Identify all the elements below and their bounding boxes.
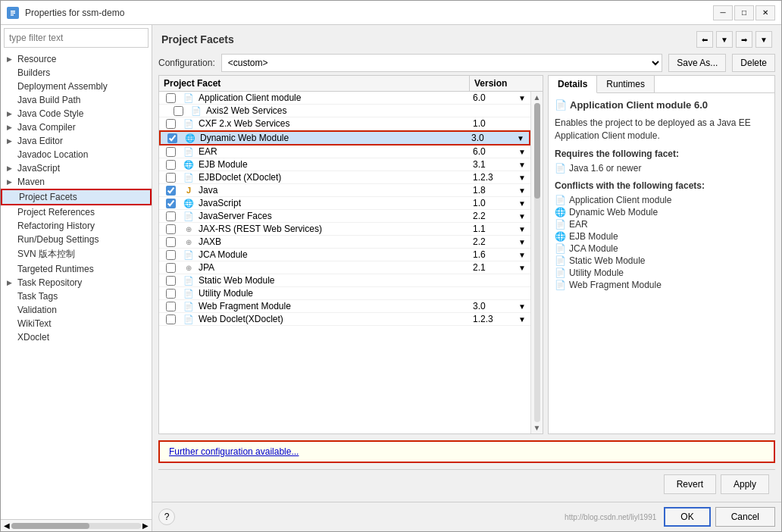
scroll-right-icon[interactable]: ▶ (142, 521, 149, 530)
facet-checkbox[interactable] (159, 211, 182, 221)
ok-button[interactable]: OK (664, 507, 710, 527)
facets-scrollbar[interactable]: ▲ ▼ (530, 92, 543, 433)
dropdown-icon[interactable]: ▼ (518, 174, 530, 182)
sidebar-item-code-style[interactable]: ▶ Java Code Style (1, 107, 152, 120)
scroll-up-icon[interactable]: ▲ (533, 93, 541, 102)
facet-checkbox[interactable] (159, 173, 182, 183)
sidebar-item-task-tags[interactable]: Task Tags (1, 289, 152, 303)
sidebar-item-validation[interactable]: Validation (1, 303, 152, 317)
sidebar-item-run-debug[interactable]: Run/Debug Settings (1, 233, 152, 246)
dropdown-icon[interactable]: ▼ (518, 199, 530, 208)
facet-row-jaxb[interactable]: ⊕ JAXB 2.2 ▼ (159, 236, 530, 249)
tab-runtimes[interactable]: Runtimes (597, 76, 655, 92)
dropdown-icon[interactable]: ▼ (518, 315, 530, 324)
scroll-track[interactable] (534, 103, 540, 422)
facet-row-app-client[interactable]: 📄 Application Client module 6.0 ▼ (159, 92, 530, 105)
sidebar-item-task-repository[interactable]: ▶ Task Repository (1, 276, 152, 289)
sidebar-item-targeted[interactable]: Targeted Runtimes (1, 262, 152, 276)
facet-checkbox[interactable] (159, 263, 182, 273)
facet-row-jsf[interactable]: 📄 JavaServer Faces 2.2 ▼ (159, 210, 530, 223)
nav-back-button[interactable]: ⬅ (696, 31, 713, 48)
dropdown-icon[interactable]: ▼ (518, 94, 530, 102)
facet-row-dynamic-web[interactable]: 🌐 Dynamic Web Module 3.0 ▼ (159, 130, 530, 146)
facet-checkbox[interactable] (159, 237, 182, 247)
sidebar-item-compiler[interactable]: ▶ Java Compiler (1, 120, 152, 134)
sidebar-item-javascript[interactable]: ▶ JavaScript (1, 161, 152, 175)
facet-row-static-web[interactable]: 📄 Static Web Module (159, 274, 530, 287)
facet-checkbox[interactable] (159, 199, 182, 208)
dropdown-icon[interactable]: ▼ (518, 148, 530, 156)
nav-dropdown-button[interactable]: ▼ (716, 31, 733, 48)
dropdown-icon[interactable]: ▼ (517, 134, 529, 142)
apply-button[interactable]: Apply (721, 474, 769, 494)
nav-forward-button[interactable]: ➡ (736, 31, 752, 48)
facet-checkbox[interactable] (159, 186, 182, 196)
tab-details[interactable]: Details (549, 76, 597, 93)
dropdown-icon[interactable]: ▼ (518, 212, 530, 221)
facet-checkbox[interactable] (167, 106, 189, 116)
facet-row-utility[interactable]: 📄 Utility Module (159, 287, 530, 300)
sidebar-item-javadoc[interactable]: Javadoc Location (1, 148, 152, 161)
facet-row-ejb[interactable]: 🌐 EJB Module 3.1 ▼ (159, 158, 530, 171)
facet-checkbox[interactable] (161, 133, 183, 143)
scroll-track[interactable] (11, 523, 141, 529)
sidebar-item-builders[interactable]: Builders (1, 66, 152, 80)
conflict-label: Web Fragment Module (569, 280, 662, 290)
doc-icon: 📄 (555, 195, 566, 205)
sidebar-item-wikitext[interactable]: WikiText (1, 317, 152, 330)
revert-button[interactable]: Revert (664, 474, 716, 494)
dropdown-icon[interactable]: ▼ (518, 251, 530, 259)
facet-row-jaxrs[interactable]: ⊕ JAX-RS (REST Web Services) 1.1 ▼ (159, 223, 530, 236)
facet-row-jpa[interactable]: ⊕ JPA 2.1 ▼ (159, 261, 530, 274)
facet-checkbox[interactable] (159, 147, 182, 157)
cancel-button[interactable]: Cancel (715, 507, 775, 527)
facet-checkbox[interactable] (159, 315, 182, 324)
dropdown-icon[interactable]: ▼ (518, 264, 530, 272)
config-select[interactable]: <custom> (221, 54, 663, 72)
facet-row-web-fragment[interactable]: 📄 Web Fragment Module 3.0 ▼ (159, 300, 530, 313)
sidebar-item-project-references[interactable]: Project References (1, 205, 152, 219)
sidebar-item-svn[interactable]: SVN 版本控制 (1, 246, 152, 262)
sidebar-item-editor[interactable]: ▶ Java Editor (1, 134, 152, 148)
help-button[interactable]: ? (158, 509, 175, 525)
facet-checkbox[interactable] (159, 302, 182, 311)
further-config-link[interactable]: Further configuration available... (169, 446, 299, 457)
dropdown-icon[interactable]: ▼ (518, 186, 530, 195)
facet-checkbox[interactable] (159, 250, 182, 260)
facet-checkbox[interactable] (159, 119, 182, 129)
delete-button[interactable]: Delete (732, 54, 775, 72)
sidebar-item-refactoring[interactable]: Refactoring History (1, 219, 152, 233)
dropdown-icon[interactable]: ▼ (518, 161, 530, 169)
dropdown-icon[interactable]: ▼ (518, 225, 530, 233)
facet-row-web-doclet[interactable]: 📄 Web Doclet(XDoclet) 1.2.3 ▼ (159, 313, 530, 326)
sidebar-item-maven[interactable]: ▶ Maven (1, 175, 152, 189)
facet-row-ear[interactable]: 📄 EAR 6.0 ▼ (159, 146, 530, 158)
scroll-down-icon[interactable]: ▼ (533, 424, 541, 432)
sidebar-item-resource[interactable]: ▶ Resource (1, 52, 152, 66)
facet-row-javascript[interactable]: 🌐 JavaScript 1.0 ▼ (159, 197, 530, 210)
facet-row-axis2[interactable]: 📄 Axis2 Web Services (159, 105, 530, 117)
facet-checkbox[interactable] (159, 93, 182, 103)
sidebar-item-xdoclet[interactable]: XDoclet (1, 330, 152, 344)
nav-more-button[interactable]: ▼ (755, 31, 772, 48)
facet-row-cxf[interactable]: 📄 CXF 2.x Web Services 1.0 (159, 117, 530, 130)
scroll-left-icon[interactable]: ◀ (4, 521, 10, 530)
dropdown-icon[interactable]: ▼ (518, 302, 530, 311)
sidebar-item-deployment[interactable]: Deployment Assembly (1, 80, 152, 93)
sidebar-item-build-path[interactable]: Java Build Path (1, 93, 152, 107)
facet-checkbox[interactable] (159, 276, 182, 286)
search-input[interactable] (4, 28, 149, 48)
facet-checkbox[interactable] (159, 224, 182, 234)
minimize-button[interactable]: ─ (713, 5, 733, 20)
facet-row-jca[interactable]: 📄 JCA Module 1.6 ▼ (159, 249, 530, 261)
facet-checkbox[interactable] (159, 289, 182, 299)
facet-row-ejbdoclet[interactable]: 📄 EJBDoclet (XDoclet) 1.2.3 ▼ (159, 171, 530, 184)
facet-checkbox[interactable] (159, 160, 182, 170)
close-button[interactable]: ✕ (755, 5, 775, 20)
facet-row-java[interactable]: J Java 1.8 ▼ (159, 184, 530, 197)
sidebar-scrollbar[interactable]: ◀ ▶ (1, 519, 152, 531)
maximize-button[interactable]: □ (734, 5, 754, 20)
save-as-button[interactable]: Save As... (668, 54, 726, 72)
sidebar-item-project-facets[interactable]: Project Facets (1, 189, 152, 205)
dropdown-icon[interactable]: ▼ (518, 238, 530, 246)
